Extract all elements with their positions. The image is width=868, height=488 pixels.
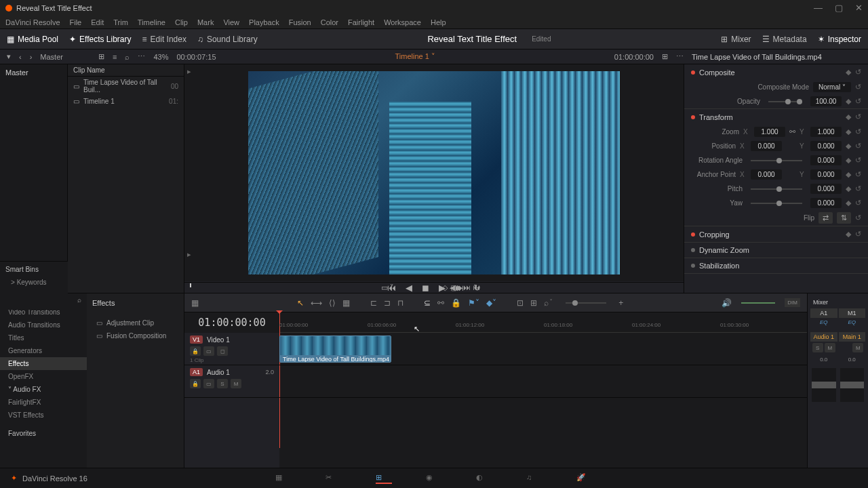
- viewer-more-icon[interactable]: ⋯: [676, 52, 684, 61]
- reset-icon[interactable]: ↺: [855, 113, 861, 121]
- zoom-level[interactable]: 43%: [153, 53, 168, 61]
- marker-icon[interactable]: ◆˅: [486, 298, 496, 308]
- thumb-view-icon[interactable]: ⊞: [98, 52, 104, 61]
- link-icon[interactable]: ⚯: [437, 298, 444, 308]
- blade-tool-icon[interactable]: ▦: [342, 298, 350, 308]
- lock-icon[interactable]: 🔒: [190, 379, 201, 388]
- zoom-custom-icon[interactable]: ⌕˅: [544, 298, 553, 308]
- cat-generators[interactable]: Generators: [0, 344, 87, 357]
- menu-edit[interactable]: Edit: [91, 18, 104, 26]
- keyframe-icon[interactable]: ◆: [846, 113, 851, 121]
- overwrite-icon[interactable]: ⊐: [384, 298, 391, 308]
- enable-dot-icon[interactable]: [691, 232, 695, 237]
- effect-adjustment-clip[interactable]: ▭Adjustment Clip: [92, 317, 178, 329]
- cat-titles[interactable]: Titles: [0, 331, 87, 344]
- flag-icon[interactable]: ⚑˅: [468, 298, 479, 308]
- pitch-slider[interactable]: [751, 188, 802, 190]
- mixer-m1[interactable]: M1: [839, 308, 866, 318]
- flip-v-button[interactable]: ⇅: [837, 212, 851, 224]
- inspector-button[interactable]: ✶ Inspector: [818, 35, 861, 44]
- nav-forward-icon[interactable]: ›: [30, 53, 33, 61]
- reset-icon[interactable]: ↺: [855, 97, 861, 106]
- keyframe-icon[interactable]: ◆: [846, 142, 851, 150]
- maximize-button[interactable]: ▢: [835, 3, 843, 13]
- trim-tool-icon[interactable]: ⟷: [311, 298, 322, 308]
- mute-button[interactable]: M: [825, 343, 835, 352]
- insert-icon[interactable]: ⊏: [370, 298, 377, 308]
- keyframe-icon[interactable]: ◆: [846, 127, 851, 136]
- lock-icon[interactable]: 🔒: [451, 298, 461, 308]
- close-button[interactable]: ✕: [855, 3, 863, 13]
- cat-vst[interactable]: VST Effects: [0, 409, 87, 422]
- cat-fairlightfx[interactable]: FairlightFX: [0, 396, 87, 409]
- color-page-icon[interactable]: ◐: [476, 473, 492, 484]
- menu-help[interactable]: Help: [431, 18, 446, 26]
- reset-icon[interactable]: ↺: [855, 68, 861, 77]
- search-icon[interactable]: ⌕: [125, 53, 130, 61]
- zoom-y[interactable]: 1.000: [810, 127, 842, 137]
- sound-library-button[interactable]: ♫ Sound Library: [197, 35, 258, 44]
- viewer[interactable]: [184, 64, 684, 281]
- zoom-x[interactable]: 1.000: [754, 127, 785, 137]
- enable-dot-icon[interactable]: [691, 264, 695, 268]
- auto-select-icon[interactable]: ▭: [203, 346, 214, 356]
- pitch-value[interactable]: 0.000: [810, 184, 842, 194]
- snap-icon[interactable]: ⊆: [424, 298, 431, 308]
- master-bin[interactable]: Master: [40, 53, 63, 61]
- disable-icon[interactable]: ◻: [217, 346, 228, 356]
- mixer-button[interactable]: ⊞ Mixer: [721, 35, 751, 44]
- out-point-icon[interactable]: ▸: [187, 250, 191, 259]
- reset-icon[interactable]: ↺: [855, 142, 861, 150]
- cat-audiofx[interactable]: ˅ Audio FX: [0, 383, 87, 396]
- menu-mark[interactable]: Mark: [197, 18, 214, 26]
- keyframe-icon[interactable]: ◆: [846, 184, 851, 193]
- auto-select-icon[interactable]: ▭: [203, 379, 214, 388]
- yaw-value[interactable]: 0.000: [810, 198, 842, 208]
- menu-trim[interactable]: Trim: [113, 18, 128, 26]
- prev-frame-button[interactable]: ◀: [406, 283, 412, 293]
- media-pool-button[interactable]: ▦ Media Pool: [7, 35, 58, 44]
- composite-section[interactable]: Composite ◆↺: [684, 64, 868, 80]
- menu-fusion[interactable]: Fusion: [289, 18, 311, 26]
- selection-tool-icon[interactable]: ↖: [297, 298, 304, 308]
- keyframe-icon[interactable]: ◆: [846, 97, 851, 106]
- viewer-extra-icons[interactable]: ▢ ⏭ ⏮: [450, 283, 480, 292]
- reset-icon[interactable]: ↺: [855, 214, 861, 222]
- yaw-slider[interactable]: [751, 203, 802, 204]
- video-clip[interactable]: Time Lapse Video of Tall Buildings.mp4: [279, 336, 391, 363]
- keywords-bin[interactable]: > Keywords: [5, 277, 62, 287]
- video-track-header[interactable]: V1Video 1 🔒 ▭ ◻ 1 Clip: [184, 333, 279, 365]
- in-point-icon[interactable]: ▸: [187, 67, 191, 76]
- zoom-slider[interactable]: [566, 302, 606, 304]
- opacity-slider[interactable]: [768, 101, 802, 102]
- dynamic-trim-icon[interactable]: ⟨⟩: [329, 298, 336, 308]
- composite-mode-dropdown[interactable]: Normal ˅: [813, 82, 851, 92]
- rotation-value[interactable]: 0.000: [810, 155, 842, 165]
- more-icon[interactable]: ⋯: [138, 52, 145, 61]
- menu-davinci[interactable]: DaVinci Resolve: [5, 18, 60, 26]
- fairlight-page-icon[interactable]: ♫: [526, 473, 542, 484]
- mixer-fader[interactable]: [812, 368, 836, 402]
- enable-dot-icon[interactable]: [691, 248, 695, 252]
- menu-view[interactable]: View: [223, 18, 239, 26]
- keyframe-icon[interactable]: ◆: [846, 230, 851, 239]
- volume-slider[interactable]: [741, 302, 775, 304]
- enable-dot-icon[interactable]: [691, 115, 695, 119]
- minimize-button[interactable]: —: [814, 3, 823, 13]
- zoom-fit-icon[interactable]: ⊡: [517, 298, 524, 308]
- menu-clip[interactable]: Clip: [175, 18, 188, 26]
- pos-y[interactable]: 0.000: [810, 141, 842, 151]
- favorites[interactable]: Favorites: [0, 427, 87, 440]
- reset-icon[interactable]: ↺: [855, 199, 861, 207]
- media-item[interactable]: ▭ Time Lapse Video of Tall Buil... 00: [68, 77, 184, 96]
- audio-track-row[interactable]: [279, 365, 807, 398]
- cat-effects[interactable]: Effects: [0, 357, 87, 370]
- transform-section[interactable]: Transform ◆↺: [684, 109, 868, 125]
- keyframe-icon[interactable]: ◆: [846, 170, 851, 179]
- media-item[interactable]: ▭ Timeline 1 01:: [68, 96, 184, 107]
- mute-button[interactable]: M: [852, 343, 863, 352]
- master-bin-label[interactable]: Master: [5, 67, 62, 78]
- solo-button[interactable]: S: [217, 379, 228, 388]
- solo-button[interactable]: S: [812, 343, 823, 352]
- menu-file[interactable]: File: [70, 18, 82, 26]
